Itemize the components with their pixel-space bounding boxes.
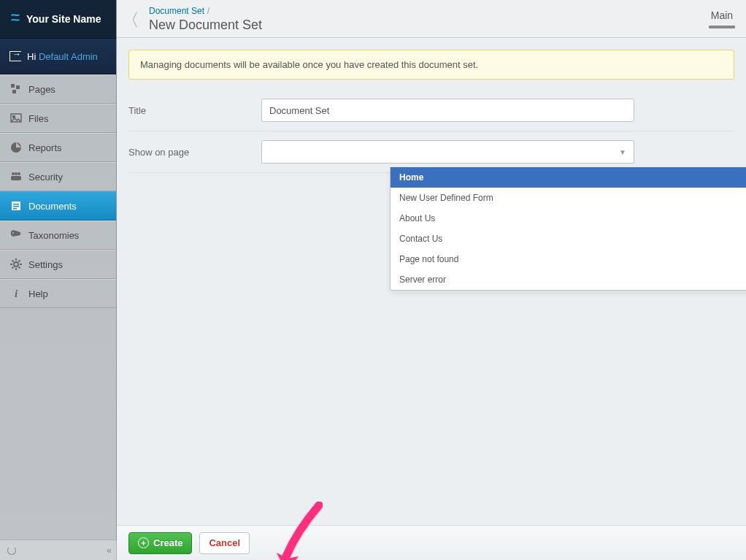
sidebar-item-label: Files bbox=[28, 113, 48, 124]
sidebar-item-settings[interactable]: Settings bbox=[0, 250, 116, 279]
username: Default Admin bbox=[39, 51, 98, 62]
pages-icon bbox=[9, 83, 23, 95]
sidebar-item-taxonomies[interactable]: Taxonomies bbox=[0, 220, 116, 250]
sidebar-item-files[interactable]: Files bbox=[0, 104, 116, 133]
dropdown-option[interactable]: Home bbox=[391, 167, 746, 188]
svg-rect-2 bbox=[12, 90, 16, 93]
breadcrumb-parent-link[interactable]: Document Set bbox=[149, 6, 204, 16]
taxonomies-icon bbox=[9, 229, 23, 241]
svg-point-7 bbox=[15, 172, 18, 175]
page-header: 〈 Document Set / New Document Set Main bbox=[117, 0, 746, 38]
sidebar: Your Site Name Hi Default Admin Pages Fi… bbox=[0, 0, 117, 560]
sidebar-item-label: Settings bbox=[28, 259, 63, 270]
sidebar-item-label: Pages bbox=[28, 84, 55, 95]
breadcrumb-sep: / bbox=[207, 6, 209, 16]
plus-circle-icon: + bbox=[138, 537, 149, 548]
files-icon bbox=[9, 112, 23, 124]
sidebar-item-label: Documents bbox=[28, 201, 77, 212]
svg-point-14 bbox=[12, 232, 14, 234]
user-panel[interactable]: Hi Default Admin bbox=[0, 38, 116, 74]
back-button[interactable]: 〈 bbox=[128, 7, 142, 31]
svg-rect-11 bbox=[13, 204, 19, 205]
sidebar-item-security[interactable]: Security bbox=[0, 162, 116, 191]
svg-rect-0 bbox=[11, 84, 15, 88]
cancel-button-label: Cancel bbox=[209, 537, 240, 548]
sidebar-item-documents[interactable]: Documents bbox=[0, 191, 116, 220]
svg-rect-12 bbox=[13, 206, 19, 207]
showon-select[interactable]: ▼ bbox=[261, 140, 634, 164]
dropdown-option[interactable]: Contact Us bbox=[391, 229, 746, 249]
chevron-down-icon: ▼ bbox=[619, 148, 626, 156]
sidebar-item-reports[interactable]: Reports bbox=[0, 133, 116, 162]
sidebar-item-label: Taxonomies bbox=[28, 230, 79, 241]
svg-rect-1 bbox=[16, 85, 20, 89]
create-button[interactable]: + Create bbox=[128, 532, 192, 554]
tab-underline bbox=[709, 26, 735, 28]
form-row-title: Title bbox=[128, 90, 734, 131]
svg-point-8 bbox=[18, 172, 20, 175]
page-title: New Document Set bbox=[149, 18, 709, 33]
collapse-sidebar-button[interactable]: « bbox=[107, 545, 109, 556]
sidebar-item-help[interactable]: i Help bbox=[0, 279, 116, 308]
settings-icon bbox=[9, 258, 23, 270]
logo-icon bbox=[9, 12, 21, 26]
showon-dropdown: Home New User Defined Form About Us Cont… bbox=[390, 167, 746, 291]
dropdown-option[interactable]: Page not found bbox=[391, 249, 746, 269]
cancel-button[interactable]: Cancel bbox=[199, 532, 250, 554]
site-brand[interactable]: Your Site Name bbox=[0, 0, 116, 38]
sidebar-item-label: Reports bbox=[28, 142, 62, 153]
sidebar-footer: « bbox=[0, 540, 117, 560]
sidebar-item-label: Help bbox=[28, 288, 48, 299]
tab-main[interactable]: Main bbox=[709, 9, 735, 28]
tab-label: Main bbox=[709, 9, 735, 24]
info-notice: Managing documents will be available onc… bbox=[128, 50, 734, 80]
documents-icon bbox=[9, 200, 23, 212]
svg-rect-13 bbox=[13, 208, 17, 210]
dropdown-option[interactable]: New User Defined Form bbox=[391, 188, 746, 208]
spinner-icon bbox=[7, 546, 16, 555]
action-footer: + Create Cancel bbox=[117, 525, 746, 560]
showon-label: Show on page bbox=[128, 147, 261, 158]
greeting: Hi bbox=[27, 51, 36, 62]
help-icon: i bbox=[9, 288, 23, 300]
create-button-label: Create bbox=[153, 537, 182, 548]
dropdown-option[interactable]: About Us bbox=[391, 208, 746, 229]
sidebar-item-pages[interactable]: Pages bbox=[0, 74, 116, 104]
site-name: Your Site Name bbox=[26, 13, 101, 25]
title-input[interactable] bbox=[261, 99, 634, 122]
svg-point-15 bbox=[14, 262, 18, 266]
breadcrumb: Document Set / bbox=[149, 5, 709, 16]
logout-icon[interactable] bbox=[9, 51, 21, 61]
security-icon bbox=[9, 171, 23, 183]
sidebar-item-label: Security bbox=[28, 172, 63, 183]
reports-icon bbox=[9, 142, 23, 153]
dropdown-option[interactable]: Server error bbox=[391, 269, 746, 290]
title-label: Title bbox=[128, 105, 261, 116]
svg-rect-9 bbox=[11, 176, 21, 180]
svg-point-6 bbox=[12, 172, 15, 175]
